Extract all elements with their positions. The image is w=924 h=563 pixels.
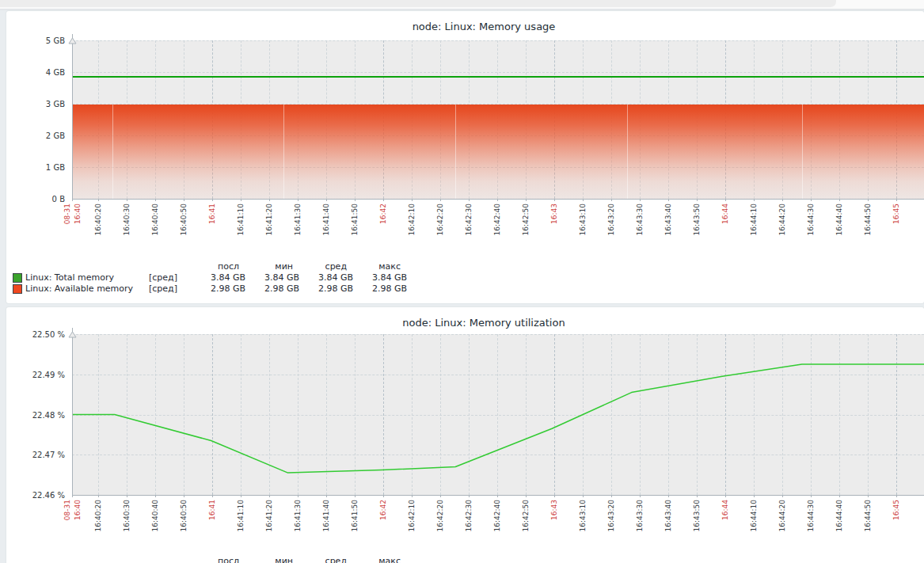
legend-header-row: послминсредмакс xyxy=(13,261,407,272)
legend-column-header: сред xyxy=(299,261,353,272)
legend-column-header: макс xyxy=(353,556,407,563)
y-tick-label: 5 GB xyxy=(6,36,65,45)
x-tick-label: 16:43 xyxy=(549,500,559,520)
x-tick-label: 16:44 xyxy=(721,500,730,520)
x-tick-label: 16:40:20 xyxy=(93,204,103,235)
x-tick-label: 16:43:50 xyxy=(692,204,702,235)
area-streak xyxy=(283,105,284,199)
x-tick-label: 16:45 xyxy=(892,500,901,520)
x-tick-label: 16:43:10 xyxy=(578,500,587,531)
x-tick-label: 16:44 xyxy=(721,204,730,224)
x-tick-label: 16:40:20 xyxy=(93,500,103,531)
legend-swatch-cell xyxy=(13,273,25,283)
series-line-memory-utilization xyxy=(72,334,924,495)
x-tick-label: 16:41:20 xyxy=(264,204,274,235)
x-tick-label: 16:42:30 xyxy=(464,500,473,531)
legend-column-header: посл xyxy=(192,261,245,272)
memory-utilization-panel: node: Linux: Memory utilization послминс… xyxy=(6,307,924,563)
memory-usage-panel: node: Linux: Memory usage послминсредмак… xyxy=(6,11,924,303)
y-axis-arrow-icon xyxy=(68,326,77,341)
memory-utilization-legend: послминсредмакс xyxy=(13,556,407,563)
legend-row: Linux: Available memory[сред]2.98 GB2.98… xyxy=(13,283,407,295)
x-tick-label: 16:41:30 xyxy=(293,204,302,235)
area-streak xyxy=(802,105,803,199)
x-tick-label: 16:41:40 xyxy=(321,204,331,235)
y-tick-label: 22.49 % xyxy=(6,370,65,379)
x-tick-label: 16:41:40 xyxy=(321,500,331,531)
x-tick-label: 16:41:50 xyxy=(350,500,359,531)
x-tick-label: 16:43:20 xyxy=(606,500,616,531)
y-tick-label: 2 GB xyxy=(6,131,65,140)
x-tick-label: 16:43:10 xyxy=(578,204,587,235)
y-tick-label: 22.46 % xyxy=(6,491,65,500)
x-tick-label: 16:44:10 xyxy=(749,500,759,531)
x-tick-label: 16:43:50 xyxy=(692,500,702,531)
gridline-horizontal xyxy=(72,40,924,41)
area-streak xyxy=(627,105,628,199)
x-tick-label: 16:43:40 xyxy=(664,500,673,531)
legend-series-label: Linux: Total memory xyxy=(25,272,149,283)
x-tick-label: 16:41:20 xyxy=(264,500,274,531)
x-tick-label: 16:43:30 xyxy=(635,204,645,235)
x-tick-label: 16:41:50 xyxy=(350,204,359,235)
legend-swatch xyxy=(13,273,22,283)
x-tick-label: 16:44:40 xyxy=(835,500,844,531)
legend-value: 3.84 GB xyxy=(353,272,407,283)
x-tick-label: 16:44:50 xyxy=(863,204,873,235)
x-tick-label: 08-3116:40 xyxy=(63,500,82,520)
x-tick-label: 16:42:20 xyxy=(435,204,445,235)
legend-function-label: [сред] xyxy=(149,272,192,283)
x-tick-label: 16:44:20 xyxy=(778,500,787,531)
x-tick-label: 16:45 xyxy=(892,204,901,224)
x-tick-label: 16:44:10 xyxy=(749,204,759,235)
x-tick-label: 16:40:40 xyxy=(150,500,160,531)
legend-value: 3.84 GB xyxy=(245,272,299,283)
x-tick-label: 16:42:50 xyxy=(521,500,530,531)
x-tick-label: 16:43:20 xyxy=(606,204,616,235)
memory-usage-legend: послминсредмаксLinux: Total memory[сред]… xyxy=(13,261,407,295)
x-tick-label: 16:41:10 xyxy=(236,500,245,531)
x-tick-label: 16:44:40 xyxy=(835,204,844,235)
legend-header-row: послминсредмакс xyxy=(13,556,407,563)
legend-value: 3.84 GB xyxy=(299,272,353,283)
gridline-horizontal xyxy=(72,72,924,73)
y-tick-label: 0 B xyxy=(6,195,65,204)
legend-series-label: Linux: Available memory xyxy=(25,283,149,295)
memory-utilization-plot[interactable] xyxy=(72,334,924,495)
x-tick-label: 16:44:30 xyxy=(806,500,816,531)
legend-function-label: [сред] xyxy=(149,283,192,295)
x-tick-label: 16:40:30 xyxy=(122,204,131,235)
legend-value: 2.98 GB xyxy=(299,283,353,295)
x-tick-label: 16:42:10 xyxy=(407,500,416,531)
legend-swatch xyxy=(13,284,22,294)
x-tick-label: 16:43 xyxy=(549,204,559,224)
y-tick-label: 22.50 % xyxy=(6,330,65,339)
legend-column-header: макс xyxy=(353,261,407,272)
x-tick-label: 16:44:50 xyxy=(863,500,873,531)
legend-column-header: сред xyxy=(299,556,353,563)
chart-title: node: Linux: Memory usage xyxy=(72,21,895,32)
x-tick-label: 16:40:50 xyxy=(179,500,188,531)
legend-row: Linux: Total memory[сред]3.84 GB3.84 GB3… xyxy=(13,272,407,283)
x-tick-label: 16:42 xyxy=(378,500,388,520)
x-tick-label: 16:42:50 xyxy=(521,204,530,235)
x-tick-label: 16:40:40 xyxy=(150,204,160,235)
x-axis xyxy=(72,495,924,496)
chart-title: node: Linux: Memory utilization xyxy=(72,317,895,329)
x-tick-label: 16:40:50 xyxy=(179,204,188,235)
x-tick-label: 16:42:40 xyxy=(492,500,502,531)
x-tick-label: 16:43:30 xyxy=(635,500,645,531)
x-tick-label: 16:40:30 xyxy=(122,500,131,531)
x-tick-label: 16:43:40 xyxy=(664,204,673,235)
x-tick-label: 16:42:10 xyxy=(407,204,416,235)
area-streak xyxy=(112,105,113,199)
x-axis xyxy=(72,199,924,200)
y-tick-label: 3 GB xyxy=(6,100,65,108)
x-tick-label: 16:44:30 xyxy=(806,204,816,235)
legend-value: 2.98 GB xyxy=(245,283,299,295)
memory-usage-plot[interactable] xyxy=(72,40,924,199)
series-area-available-memory xyxy=(72,105,924,199)
legend-value: 3.84 GB xyxy=(192,272,245,283)
x-tick-label: 16:42:40 xyxy=(492,204,502,235)
x-tick-label: 16:41:10 xyxy=(236,204,245,235)
